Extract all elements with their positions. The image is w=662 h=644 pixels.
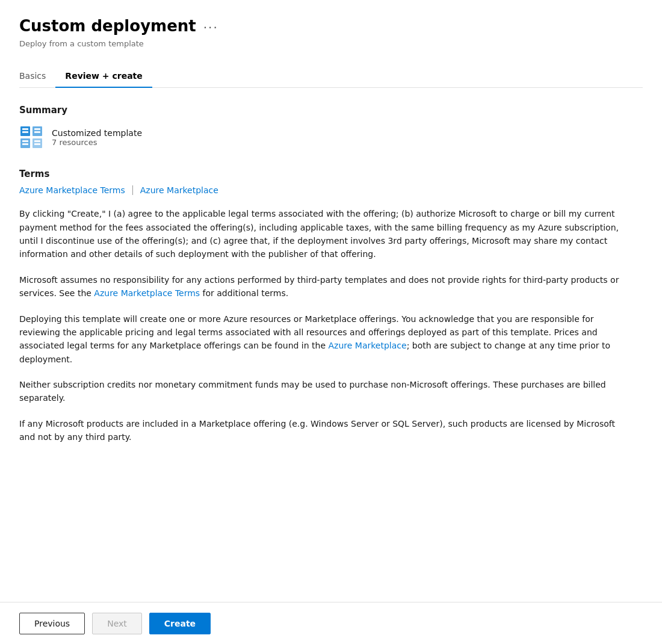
page-container: Custom deployment ··· Deploy from a cust… — [0, 0, 662, 444]
previous-button[interactable]: Previous — [19, 613, 85, 634]
svg-rect-6 — [34, 128, 40, 130]
bottom-bar: Previous Next Create — [0, 602, 662, 644]
template-icon — [19, 125, 43, 149]
azure-marketplace-terms-inline-link[interactable]: Azure Marketplace Terms — [94, 288, 200, 298]
svg-rect-7 — [34, 131, 40, 133]
page-header: Custom deployment ··· — [19, 17, 643, 36]
tab-review-create[interactable]: Review + create — [55, 65, 152, 88]
page-title: Custom deployment — [19, 17, 196, 36]
azure-marketplace-terms-link[interactable]: Azure Marketplace Terms — [19, 185, 125, 195]
terms-paragraph-1: By clicking "Create," I (a) agree to the… — [19, 207, 633, 261]
create-button[interactable]: Create — [149, 613, 211, 634]
svg-rect-10 — [34, 140, 40, 142]
summary-label: Summary — [19, 105, 643, 116]
azure-marketplace-link[interactable]: Azure Marketplace — [140, 185, 218, 195]
terms-links: Azure Marketplace Terms Azure Marketplac… — [19, 185, 643, 195]
svg-rect-9 — [22, 143, 28, 145]
tabs-container: Basics Review + create — [19, 65, 643, 88]
fade-overlay — [0, 584, 662, 602]
next-button: Next — [92, 613, 142, 634]
terms-label: Terms — [19, 169, 643, 179]
terms-paragraph-2: Microsoft assumes no responsibility for … — [19, 273, 633, 300]
svg-rect-4 — [22, 128, 28, 130]
svg-rect-11 — [34, 143, 40, 145]
terms-section: Terms Azure Marketplace Terms Azure Mark… — [19, 169, 643, 444]
terms-divider — [132, 185, 133, 195]
svg-rect-8 — [22, 140, 28, 142]
svg-rect-5 — [22, 131, 28, 133]
terms-paragraph-5: If any Microsoft products are included i… — [19, 417, 633, 444]
more-options-icon[interactable]: ··· — [203, 20, 218, 35]
terms-paragraph-4: Neither subscription credits nor monetar… — [19, 378, 633, 405]
azure-marketplace-inline-link[interactable]: Azure Marketplace — [329, 341, 407, 350]
summary-card: Customized template 7 resources — [19, 125, 643, 149]
resource-count: 7 resources — [52, 138, 142, 147]
resource-title: Customized template — [52, 128, 142, 138]
tab-basics[interactable]: Basics — [19, 65, 55, 88]
summary-text: Customized template 7 resources — [52, 128, 142, 147]
page-subtitle: Deploy from a custom template — [19, 39, 643, 48]
terms-paragraph-3: Deploying this template will create one … — [19, 312, 633, 367]
